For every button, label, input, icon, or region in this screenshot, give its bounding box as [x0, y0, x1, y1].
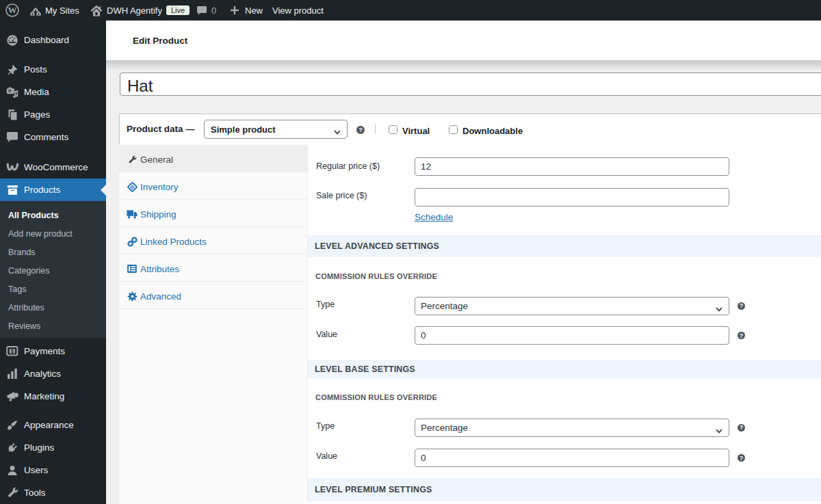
svg-text:$: $	[11, 348, 14, 354]
svg-text:W: W	[8, 5, 17, 15]
